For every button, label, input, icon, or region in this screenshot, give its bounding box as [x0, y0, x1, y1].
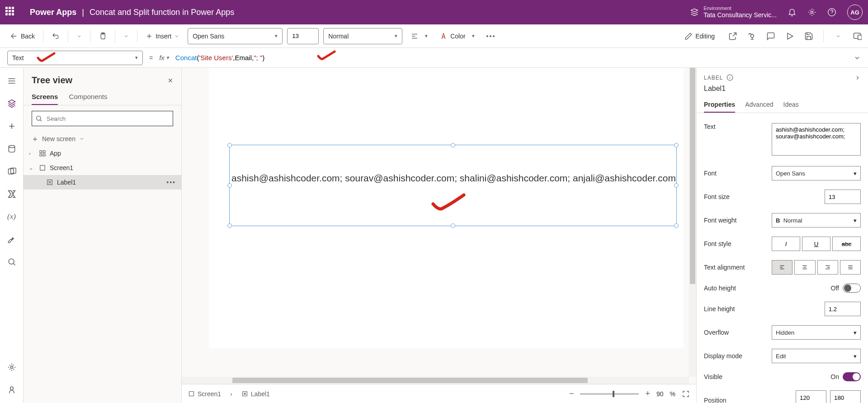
- comments-icon[interactable]: [766, 32, 775, 41]
- virtual-agent-icon[interactable]: [7, 385, 17, 395]
- fit-screen-icon[interactable]: [682, 390, 690, 398]
- info-icon[interactable]: [726, 74, 733, 81]
- publish-icon[interactable]: [853, 32, 862, 41]
- canvas-scrollbar-horizontal[interactable]: [182, 377, 689, 384]
- align-center-button[interactable]: [794, 260, 815, 275]
- tools-icon[interactable]: [7, 234, 17, 244]
- underline-button[interactable]: U: [802, 237, 830, 251]
- formula-input[interactable]: Concat('Site Users', Email,"; "): [175, 54, 264, 62]
- app-checker-icon[interactable]: [747, 32, 756, 41]
- expand-formula-icon[interactable]: [854, 54, 861, 62]
- zoom-in-button[interactable]: +: [645, 389, 650, 398]
- resize-handle[interactable]: [227, 183, 232, 188]
- plus-icon: [32, 136, 38, 142]
- fx-button[interactable]: fx ▾: [159, 54, 169, 62]
- preview-icon[interactable]: [785, 32, 794, 41]
- insert-button[interactable]: Insert: [142, 30, 183, 43]
- editing-mode-button[interactable]: Editing: [681, 29, 718, 43]
- pos-y-input[interactable]: [830, 390, 861, 403]
- resize-handle[interactable]: [227, 223, 232, 228]
- back-button[interactable]: Back: [6, 29, 38, 43]
- align-left-button[interactable]: [772, 260, 793, 275]
- prop-displaymode-label: Display mode: [704, 352, 767, 360]
- italic-button[interactable]: I: [772, 237, 800, 251]
- undo-dropdown[interactable]: [73, 31, 85, 42]
- save-dropdown[interactable]: [834, 32, 843, 41]
- variables-icon[interactable]: (x): [7, 212, 17, 222]
- power-automate-icon[interactable]: [7, 189, 17, 199]
- prop-fontweight-label: Font weight: [704, 217, 767, 224]
- prop-fontweight-select[interactable]: B Normal▾: [772, 213, 861, 228]
- tree-item-screen1[interactable]: ⌄ Screen1: [24, 161, 181, 175]
- tree-item-app[interactable]: › App: [24, 146, 181, 161]
- prop-displaymode-select[interactable]: Edit▾: [772, 349, 861, 363]
- canvas-scrollbar-vertical[interactable]: [689, 68, 696, 377]
- paste-button[interactable]: [95, 29, 110, 43]
- new-screen-label: New screen: [42, 135, 75, 142]
- environment-picker[interactable]: Environment Tata Consultancy Servic...: [690, 5, 777, 19]
- visible-toggle[interactable]: [843, 372, 861, 381]
- zoom-out-button[interactable]: −: [569, 389, 574, 398]
- collapse-props-icon[interactable]: [854, 75, 861, 81]
- share-icon[interactable]: [728, 32, 737, 41]
- breadcrumb-control[interactable]: Label1: [241, 390, 270, 398]
- hamburger-icon[interactable]: [7, 76, 17, 86]
- prop-text-input[interactable]: [772, 123, 861, 156]
- strike-button[interactable]: abc: [832, 237, 861, 251]
- tab-components[interactable]: Components: [69, 89, 107, 105]
- prop-fontsize-input[interactable]: [825, 190, 861, 204]
- tree-panel: Tree view ✕ Screens Components New scree…: [24, 68, 182, 403]
- tab-properties[interactable]: Properties: [704, 97, 735, 113]
- user-avatar[interactable]: AG: [847, 5, 863, 20]
- data-rail-icon[interactable]: [7, 144, 17, 154]
- pos-x-input[interactable]: [796, 390, 826, 403]
- zoom-slider[interactable]: [580, 393, 639, 395]
- resize-handle[interactable]: [674, 143, 679, 147]
- notifications-icon[interactable]: [788, 8, 797, 17]
- color-button[interactable]: Color ▾: [436, 29, 478, 43]
- canvas[interactable]: ashish@ashishcoder.com; sourav@ashishcod…: [182, 68, 696, 384]
- resize-handle[interactable]: [451, 223, 455, 228]
- tree-item-more-icon[interactable]: •••: [166, 179, 176, 186]
- insert-label: Insert: [156, 33, 171, 40]
- tab-ideas[interactable]: Ideas: [783, 97, 799, 113]
- help-icon[interactable]: [827, 8, 836, 17]
- paste-dropdown[interactable]: [120, 31, 132, 42]
- new-screen-button[interactable]: New screen: [24, 132, 181, 146]
- font-weight-select[interactable]: Normal ▾: [323, 28, 402, 44]
- selected-control-label1[interactable]: [229, 145, 677, 226]
- rail-settings-icon[interactable]: [7, 362, 17, 372]
- tree-search-input[interactable]: [32, 111, 173, 126]
- align-right-button[interactable]: [817, 260, 838, 275]
- more-button[interactable]: •••: [483, 30, 500, 43]
- resize-handle[interactable]: [674, 183, 679, 188]
- resize-handle[interactable]: [451, 143, 455, 147]
- property-selector[interactable]: Text ▾: [7, 51, 143, 65]
- tree-item-label1[interactable]: Label1 •••: [24, 175, 181, 190]
- search-rail-icon[interactable]: [7, 257, 17, 267]
- breadcrumb-screen[interactable]: Screen1: [188, 390, 221, 398]
- autoheight-toggle[interactable]: [843, 284, 861, 293]
- insert-rail-icon[interactable]: [7, 121, 17, 131]
- resize-handle[interactable]: [227, 143, 232, 147]
- media-rail-icon[interactable]: [7, 166, 17, 176]
- font-weight-value: Normal: [328, 33, 349, 40]
- align-button[interactable]: ▾: [407, 29, 431, 43]
- tree-view-icon[interactable]: [7, 99, 17, 109]
- tab-advanced[interactable]: Advanced: [745, 97, 773, 113]
- save-icon[interactable]: [804, 32, 813, 41]
- chevron-down-icon: [76, 33, 82, 39]
- resize-handle[interactable]: [674, 223, 679, 228]
- undo-button[interactable]: [48, 29, 63, 43]
- prop-lineheight-input[interactable]: [825, 302, 861, 316]
- prop-overflow-select[interactable]: Hidden▾: [772, 325, 861, 340]
- tab-screens[interactable]: Screens: [32, 89, 58, 105]
- svg-point-19: [37, 116, 41, 120]
- font-size-input[interactable]: [287, 28, 319, 44]
- settings-icon[interactable]: [807, 8, 816, 17]
- align-justify-button[interactable]: [840, 260, 861, 275]
- app-launcher-icon[interactable]: [5, 7, 16, 18]
- close-tree-icon[interactable]: ✕: [168, 77, 173, 84]
- prop-font-select[interactable]: Open Sans▾: [772, 166, 861, 180]
- font-family-select[interactable]: Open Sans ▾: [188, 28, 283, 44]
